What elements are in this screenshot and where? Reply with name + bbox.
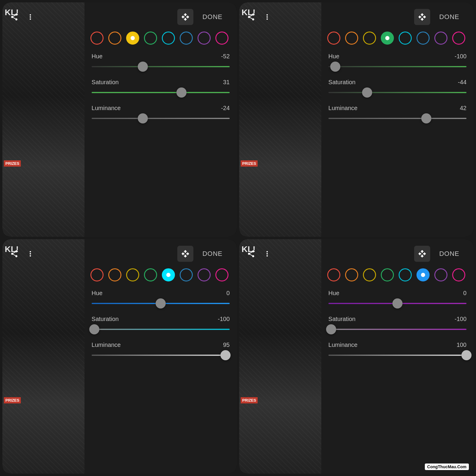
more-button-tr[interactable]	[261, 11, 273, 23]
topbar-bl: DONE	[2, 239, 237, 265]
color-green-br[interactable]	[381, 268, 394, 281]
saturation-value-tl: 31	[223, 79, 230, 86]
saturation-value-br: -100	[455, 316, 466, 322]
share-button-br[interactable]	[245, 248, 257, 260]
color-red-tl[interactable]	[90, 32, 104, 45]
color-blue-tr[interactable]	[416, 32, 430, 45]
color-green-bl[interactable]	[144, 268, 157, 281]
saturation-slider-tr: Saturation -44	[328, 79, 466, 96]
move-button-tl[interactable]	[177, 9, 193, 25]
color-blue-bl[interactable]	[180, 268, 193, 281]
color-purple-tr[interactable]	[434, 32, 447, 45]
move-button-br[interactable]	[414, 246, 430, 262]
color-yellow-tr[interactable]	[363, 32, 376, 45]
sliders-br: Hue 0 Saturation -100	[321, 287, 474, 474]
saturation-value-tr: -44	[458, 79, 466, 86]
color-yellow-bl[interactable]	[126, 268, 139, 281]
luminance-track-container-tr[interactable]	[328, 115, 466, 122]
saturation-value-bl: -100	[218, 316, 230, 322]
luminance-track-container-br[interactable]	[328, 351, 466, 359]
color-pink-br[interactable]	[452, 268, 465, 281]
color-cyan-bl[interactable]	[162, 268, 175, 281]
hue-value-tr: -100	[455, 53, 466, 60]
saturation-slider-br: Saturation -100	[328, 316, 466, 333]
saturation-label-tl: Saturation	[92, 79, 119, 86]
hue-slider-br: Hue 0	[328, 290, 466, 307]
color-blue-br[interactable]	[416, 268, 430, 281]
more-button-tl[interactable]	[24, 11, 36, 23]
topbar-tl: DONE	[2, 2, 237, 29]
done-button-bl[interactable]: DONE	[197, 248, 228, 260]
share-button-tl[interactable]	[8, 11, 20, 23]
sliders-tl: Hue -52 Saturation 31	[84, 50, 237, 237]
color-red-tr[interactable]	[327, 32, 340, 45]
done-button-br[interactable]: DONE	[434, 248, 465, 260]
luminance-slider-br: Luminance 100	[328, 342, 466, 359]
color-purple-tl[interactable]	[198, 32, 211, 45]
luminance-label-bl: Luminance	[92, 342, 121, 348]
luminance-label-br: Luminance	[328, 342, 358, 348]
share-button-bl[interactable]	[8, 248, 20, 260]
topbar-tr: DONE	[239, 2, 474, 29]
color-orange-tl[interactable]	[108, 32, 121, 45]
saturation-track-container-tr[interactable]	[328, 89, 466, 96]
luminance-value-tr: 42	[460, 105, 466, 112]
color-cyan-tr[interactable]	[399, 32, 412, 45]
luminance-label-tl: Luminance	[92, 105, 121, 112]
saturation-slider-bl: Saturation -100	[92, 316, 230, 333]
move-button-bl[interactable]	[177, 246, 193, 262]
hue-track-container-tl[interactable]	[92, 63, 230, 71]
color-purple-bl[interactable]	[198, 268, 211, 281]
panel-content-br: DONE Hue 0	[239, 239, 474, 474]
luminance-slider-bl: Luminance 95	[92, 342, 230, 359]
color-red-bl[interactable]	[90, 268, 104, 281]
share-button-tr[interactable]	[245, 11, 257, 23]
color-yellow-tl[interactable]	[126, 32, 139, 45]
done-button-tl[interactable]: DONE	[197, 11, 228, 23]
hue-track-container-br[interactable]	[328, 300, 466, 307]
hue-slider-tr: Hue -100	[328, 53, 466, 71]
watermark: CongThucMau.Com	[425, 464, 469, 470]
color-purple-br[interactable]	[434, 268, 447, 281]
color-pink-tr[interactable]	[452, 32, 465, 45]
color-pink-bl[interactable]	[215, 268, 228, 281]
hue-track-container-tr[interactable]	[328, 63, 466, 71]
topbar-br: DONE	[239, 239, 474, 265]
hue-slider-tl: Hue -52	[92, 53, 230, 71]
saturation-slider-tl: Saturation 31	[92, 79, 230, 96]
more-button-br[interactable]	[261, 248, 273, 260]
saturation-track-container-tl[interactable]	[92, 89, 230, 96]
color-yellow-br[interactable]	[363, 268, 376, 281]
saturation-label-tr: Saturation	[328, 79, 356, 86]
panel-top-left: KL! PRIZES DONE	[2, 2, 237, 237]
panel-bottom-right: KL! PRIZES DONE	[239, 239, 474, 474]
color-blue-tl[interactable]	[180, 32, 193, 45]
luminance-track-container-bl[interactable]	[92, 351, 230, 359]
panel-top-right: KL! PRIZES DONE	[239, 2, 474, 237]
saturation-track-container-bl[interactable]	[92, 325, 230, 333]
color-green-tl[interactable]	[144, 32, 157, 45]
luminance-value-bl: 95	[223, 342, 230, 348]
color-red-br[interactable]	[327, 268, 340, 281]
more-button-bl[interactable]	[24, 248, 36, 260]
color-circles-tr	[321, 29, 474, 50]
done-button-tr[interactable]: DONE	[434, 11, 465, 23]
color-cyan-tl[interactable]	[162, 32, 175, 45]
color-orange-tr[interactable]	[345, 32, 358, 45]
panel-bottom-left: KL! PRIZES DONE	[2, 239, 237, 474]
saturation-track-container-br[interactable]	[328, 325, 466, 333]
color-cyan-br[interactable]	[399, 268, 412, 281]
saturation-label-br: Saturation	[328, 316, 356, 322]
color-orange-bl[interactable]	[108, 268, 121, 281]
color-circles-bl	[84, 265, 237, 287]
luminance-track-container-tl[interactable]	[92, 115, 230, 122]
color-circles-tl	[84, 29, 237, 50]
color-circles-br	[321, 265, 474, 287]
hue-track-container-bl[interactable]	[92, 300, 230, 307]
saturation-label-bl: Saturation	[92, 316, 119, 322]
color-orange-br[interactable]	[345, 268, 358, 281]
color-pink-tl[interactable]	[215, 32, 228, 45]
luminance-value-tl: -24	[221, 105, 230, 112]
move-button-tr[interactable]	[414, 9, 430, 25]
color-green-tr[interactable]	[381, 32, 394, 45]
